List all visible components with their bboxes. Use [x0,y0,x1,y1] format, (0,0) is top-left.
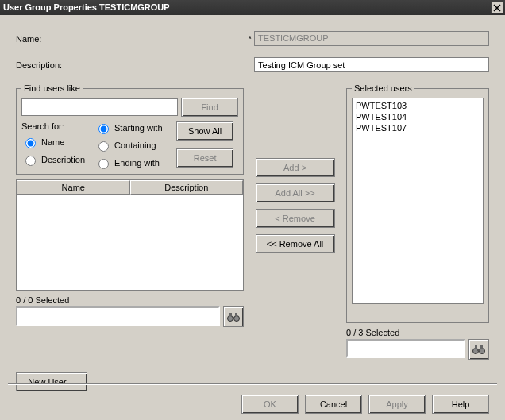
name-field: TESTICMGROUP [254,31,489,46]
find-input[interactable] [21,98,178,116]
search-for-label: Search for: [21,121,91,131]
match-ending-with[interactable]: Ending with [94,156,173,169]
match-containing[interactable]: Containing [94,139,173,152]
binoculars-icon [227,311,240,322]
dialog-footer: OK Cancel Apply Help [241,387,489,414]
search-by-description[interactable]: Description [21,153,91,166]
selected-find-button[interactable] [468,339,489,360]
match-starting-with[interactable]: Starting with [94,121,173,134]
close-button[interactable] [491,2,503,13]
results-grid[interactable]: Name Description [16,179,244,291]
apply-button[interactable]: Apply [368,395,426,414]
svg-rect-7 [477,349,480,351]
grid-header: Name Description [17,180,243,195]
window-title: User Group Properties TESTICMGROUP [3,2,170,12]
find-users-legend: Find users like [21,83,83,93]
title-bar: User Group Properties TESTICMGROUP [0,0,505,15]
name-label: Name: [16,34,246,44]
reset-button[interactable]: Reset [176,148,233,168]
col-name[interactable]: Name [17,180,130,195]
separator [8,383,497,385]
svg-rect-4 [235,313,237,316]
grid-body [17,195,243,290]
selected-users-list[interactable]: PWTEST103 PWTEST104 PWTEST107 [352,98,484,304]
show-all-button[interactable]: Show All [176,121,233,141]
list-item[interactable]: PWTEST104 [354,111,481,122]
selected-status: 0 / 3 Selected [346,328,489,337]
col-description[interactable]: Description [130,180,244,195]
selected-users-group: Selected users PWTEST103 PWTEST104 PWTES… [346,83,489,323]
find-button[interactable]: Find [181,98,238,117]
add-button[interactable]: Add > [256,158,335,177]
cancel-button[interactable]: Cancel [305,395,362,414]
selected-users-legend: Selected users [352,83,414,93]
selected-filter-input[interactable] [346,339,465,358]
new-user-button[interactable]: New User… [16,372,87,391]
results-find-button[interactable] [223,306,244,327]
remove-button[interactable]: < Remove [256,209,335,228]
binoculars-icon [472,344,485,355]
close-icon [493,4,501,12]
add-all-button[interactable]: Add All >> [256,183,335,202]
svg-rect-2 [232,317,235,318]
results-status: 0 / 0 Selected [16,295,244,305]
list-item[interactable]: PWTEST107 [354,122,481,133]
svg-rect-8 [475,345,477,349]
list-item[interactable]: PWTEST103 [354,100,481,111]
find-users-group: Find users like Find Search for: Name De… [16,83,244,175]
description-field[interactable] [254,57,489,72]
results-filter-input[interactable] [16,306,220,326]
ok-button[interactable]: OK [241,395,299,414]
form-area: Name: * TESTICMGROUP Description: [0,15,505,72]
required-marker: * [246,34,254,44]
help-button[interactable]: Help [432,395,489,414]
transfer-buttons: Add > Add All >> < Remove << Remove All [252,83,338,360]
svg-rect-3 [229,313,232,316]
remove-all-button[interactable]: << Remove All [256,234,335,253]
description-label: Description: [16,60,246,70]
search-by-name[interactable]: Name [21,136,91,148]
svg-rect-9 [480,345,483,349]
